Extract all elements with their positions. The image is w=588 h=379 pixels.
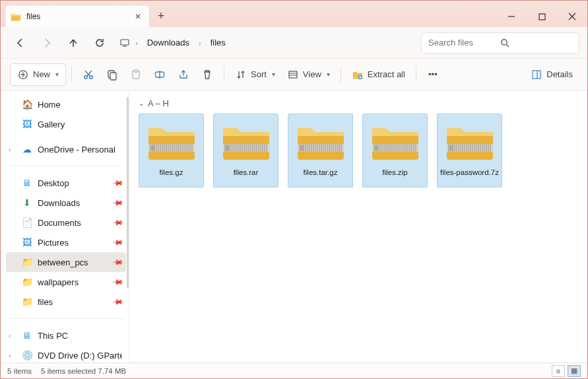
forward-button[interactable]	[35, 31, 59, 55]
sidebar-home[interactable]: 🏠Home	[6, 94, 126, 114]
compressed-folder-icon	[294, 120, 348, 163]
more-icon: •••	[427, 69, 439, 81]
view-icon	[287, 69, 299, 81]
copy-button[interactable]	[101, 63, 123, 86]
file-item[interactable]: files.gz	[139, 114, 204, 188]
pin-icon: 📌	[111, 196, 123, 209]
svg-rect-98	[300, 145, 304, 151]
more-button[interactable]: •••	[422, 63, 444, 86]
file-name: files.gz	[160, 168, 183, 176]
plus-circle-icon	[17, 69, 29, 81]
down-icon: ⬇	[22, 197, 32, 208]
sidebar-dvd[interactable]: ›💿DVD Drive (D:) GParted-liv	[6, 345, 126, 362]
extract-all-button[interactable]: Extract all	[346, 63, 410, 86]
window-tab[interactable]: files ✕	[5, 5, 150, 27]
folder-icon	[11, 12, 21, 21]
paste-icon	[130, 69, 142, 81]
expand-icon[interactable]: ›	[9, 146, 11, 153]
expand-icon[interactable]: ›	[9, 352, 11, 359]
svg-rect-21	[289, 71, 297, 78]
chevron-down-icon: ⌄	[139, 100, 144, 107]
details-icon	[531, 69, 542, 81]
pin-icon: 📌	[111, 236, 123, 248]
svg-rect-50	[151, 145, 155, 151]
search-icon	[500, 38, 572, 48]
svg-line-7	[506, 44, 509, 47]
home-icon: 🏠	[22, 99, 32, 110]
doc-icon: 📄	[22, 217, 32, 228]
svg-rect-16	[110, 73, 116, 80]
extract-icon	[352, 69, 364, 81]
new-button[interactable]: New ▾	[10, 63, 66, 86]
breadcrumb: › Downloads › files	[114, 35, 418, 50]
address-bar: › Downloads › files Search files	[1, 27, 587, 59]
details-view-toggle[interactable]: ≡	[552, 365, 565, 377]
file-item[interactable]: files.zip	[362, 114, 428, 188]
paste-button[interactable]	[125, 63, 147, 86]
search-input[interactable]: Search files	[421, 32, 579, 53]
pc-icon: 🖥	[22, 330, 32, 341]
sidebar-item-files[interactable]: 📁files📌	[6, 292, 126, 312]
folder-icon: 📁	[22, 277, 32, 287]
chevron-down-icon: ▾	[55, 71, 59, 78]
pic-icon: 🖼	[22, 237, 32, 248]
refresh-button[interactable]	[88, 31, 112, 55]
chevron-down-icon: ▾	[327, 71, 330, 78]
trash-icon	[201, 69, 213, 81]
compressed-folder-icon	[443, 120, 497, 163]
sidebar-onedrive[interactable]: ›☁OneDrive - Personal	[6, 139, 126, 159]
sort-button[interactable]: Sort ▾	[230, 63, 280, 86]
share-icon	[178, 69, 189, 81]
breadcrumb-downloads[interactable]: Downloads	[143, 35, 193, 50]
tab-close-button[interactable]: ✕	[133, 12, 143, 21]
minimize-button[interactable]	[496, 6, 527, 27]
file-item[interactable]: files.rar	[213, 114, 278, 188]
icons-view-toggle[interactable]: ▦	[568, 365, 581, 377]
svg-rect-122	[375, 145, 379, 151]
search-placeholder: Search files	[428, 38, 500, 48]
group-header[interactable]: ⌄ A – H	[139, 97, 578, 114]
sidebar-this-pc[interactable]: ›🖥This PC	[6, 326, 126, 345]
svg-point-6	[502, 39, 507, 44]
sidebar-item-documents[interactable]: 📄Documents📌	[6, 213, 126, 232]
share-button[interactable]	[172, 63, 195, 86]
sidebar-item-downloads[interactable]: ⬇Downloads📌	[6, 193, 126, 213]
rename-button[interactable]	[148, 63, 171, 86]
svg-rect-1	[539, 14, 545, 20]
desktop-icon: 🖥	[22, 178, 32, 188]
file-item[interactable]: files-password.7z	[437, 114, 502, 188]
pin-icon: 📌	[111, 216, 123, 228]
cut-button[interactable]	[77, 63, 100, 86]
sort-icon	[235, 69, 247, 81]
new-tab-button[interactable]: +	[150, 5, 172, 27]
cloud-icon: ☁	[22, 144, 32, 155]
close-button[interactable]	[557, 6, 587, 27]
file-item[interactable]: files.tar.gz	[288, 114, 353, 188]
disc-icon: 💿	[22, 350, 32, 361]
breadcrumb-sep: ›	[133, 39, 141, 47]
delete-button[interactable]	[196, 63, 218, 86]
rename-icon	[154, 69, 166, 81]
back-button[interactable]	[9, 31, 32, 55]
sidebar-gallery[interactable]: 🖼Gallery	[6, 114, 126, 134]
status-bar: 5 items 5 items selected 7.74 MB ≡ ▦	[1, 362, 587, 378]
expand-icon[interactable]: ›	[9, 332, 11, 339]
sidebar-item-pictures[interactable]: 🖼Pictures📌	[6, 232, 126, 252]
compressed-folder-icon	[368, 120, 422, 163]
sidebar-item-wallpapers[interactable]: 📁wallpapers📌	[6, 272, 126, 292]
compressed-folder-icon	[219, 120, 273, 163]
file-list[interactable]: ⌄ A – H files.gz files.rar files.tar.gz …	[129, 90, 587, 362]
pin-icon: 📌	[111, 295, 123, 308]
breadcrumb-sep: ›	[196, 39, 204, 47]
details-pane-button[interactable]: Details	[525, 63, 578, 86]
sidebar-item-desktop[interactable]: 🖥Desktop📌	[6, 173, 126, 193]
sidebar-item-between_pcs[interactable]: 📁between_pcs📌	[6, 252, 126, 272]
monitor-icon[interactable]	[119, 38, 130, 48]
maximize-button[interactable]	[527, 6, 557, 27]
file-name: files-password.7z	[440, 168, 499, 176]
view-button[interactable]: View ▾	[282, 63, 335, 86]
breadcrumb-files[interactable]: files	[207, 35, 230, 50]
svg-rect-4	[121, 40, 129, 45]
status-selection: 5 items selected 7.74 MB	[41, 367, 126, 375]
up-button[interactable]	[61, 31, 85, 55]
